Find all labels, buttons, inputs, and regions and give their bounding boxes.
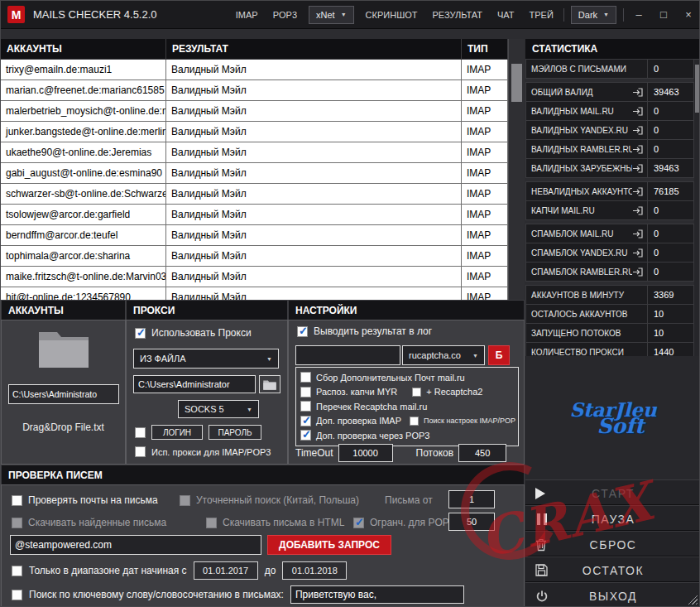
pop3-limit-checkbox[interactable]: ✓ [353, 518, 364, 528]
table-scrollbar[interactable] [508, 39, 525, 300]
minimize-button[interactable]: – [626, 1, 651, 28]
export-arrow-icon[interactable] [632, 145, 643, 154]
proxy-type-select[interactable]: SOCKS 5 ▼ [178, 400, 259, 418]
letters-from-input[interactable] [448, 490, 495, 508]
cell-account: hit@t-online.de:1234567890 [1, 287, 166, 300]
captcha-service-select[interactable]: rucaptcha.co ▼ [402, 345, 485, 365]
pause-button[interactable]: ПАУЗА [525, 505, 700, 531]
chevron-down-icon: ▼ [341, 12, 347, 17]
stats-scrollbar-thumb[interactable] [695, 65, 700, 113]
recheck-recaptcha-checkbox[interactable]: ✓ [300, 401, 311, 412]
table-row[interactable]: maike.fritzsch@t-online.de:Marvin03 Вали… [1, 267, 525, 287]
exit-button[interactable]: ВЫХОД [525, 582, 700, 607]
remainder-button[interactable]: ОСТАТОК [525, 556, 700, 582]
pop3-limit-label: Огранч. для POP3 [370, 517, 454, 528]
log-output-checkbox[interactable]: ✓ [297, 326, 308, 337]
table-row[interactable]: marian.c@freenet.de:marianc61585 Валидны… [1, 80, 525, 101]
table-row[interactable]: gabi_august@t-online.de:esmina90 Валидны… [1, 163, 525, 184]
export-arrow-icon[interactable] [632, 126, 643, 135]
date-from-button[interactable]: 01.01.2017 [194, 561, 258, 580]
export-arrow-icon[interactable] [632, 206, 643, 215]
column-header-accounts[interactable]: АККАУНТЫ [1, 39, 166, 60]
mailcheck-panel: ✓ Проверять почты на письма ✓ Уточненный… [1, 484, 525, 607]
check-icon: ✓ [135, 326, 147, 339]
proxy-login-button[interactable]: ЛОГИН [151, 425, 203, 440]
menu-xnet-dropdown[interactable]: xNet ▼ [309, 6, 354, 24]
table-row[interactable]: ukaethe90@t-online.de:Jeremias Валидный … [1, 142, 525, 163]
export-arrow-icon[interactable] [632, 248, 643, 258]
theme-dropdown[interactable]: Dark ▼ [571, 6, 616, 24]
download-found-checkbox[interactable]: ✓ [12, 518, 22, 528]
menu-xnet-label: xNet [316, 10, 335, 20]
column-header-result[interactable]: РЕЗУЛЬТАТ [166, 39, 462, 60]
table-row[interactable]: berndffm@arcor.de:teufel Валидный Мэйл I… [1, 225, 525, 246]
menu-pop3[interactable]: POP3 [266, 1, 304, 28]
cell-result: Валидный Мэйл [166, 287, 462, 300]
table-scrollbar-thumb[interactable] [511, 64, 522, 102]
stat-label-cell: СПАМБЛОК MAIL.RU [526, 224, 647, 243]
export-arrow-icon[interactable] [632, 229, 643, 238]
table-row[interactable]: junker.bangstede@t-online.de:merlir Вали… [1, 122, 525, 142]
refined-search-checkbox[interactable]: ✓ [180, 495, 190, 506]
app-title: MAILS CHECKER 4.5.2.0 [33, 8, 157, 21]
cell-result: Валидный Мэйл [166, 80, 462, 101]
recaptcha2-checkbox[interactable]: ✓ [412, 388, 421, 397]
menu-screenshot[interactable]: СКРИНШОТ [358, 1, 425, 28]
balance-button[interactable]: Б [488, 345, 510, 365]
table-row[interactable]: malerbetrieb_moysich@t-online.de:m Валид… [1, 101, 525, 122]
stat-label-cell: ОБЩИЙ ВАЛИД [526, 83, 647, 101]
table-row[interactable]: hit@t-online.de:1234567890 Валидный Мэйл… [1, 287, 525, 300]
table-row[interactable]: trixy@emailn.de:mauzi1 Валидный Мэйл IMA… [1, 60, 525, 80]
menu-imap[interactable]: IMAP [228, 1, 266, 28]
stat-value: 39463 [647, 159, 693, 177]
stats-scrollbar[interactable] [694, 60, 700, 356]
keyword-input[interactable] [290, 585, 464, 604]
column-header-type[interactable]: ТИП [462, 39, 508, 60]
extra-imap-check-checkbox[interactable]: ✓ [300, 416, 311, 426]
add-query-button[interactable]: ДОБАВИТЬ ЗАПРОС [267, 535, 391, 555]
download-html-checkbox[interactable]: ✓ [206, 518, 217, 528]
proxy-for-imap-pop3-checkbox[interactable]: ✓ [135, 446, 146, 457]
export-arrow-icon[interactable] [632, 88, 643, 97]
export-arrow-icon[interactable] [632, 164, 643, 173]
search-imap-pop-settings-checkbox[interactable]: ✓ [410, 417, 419, 426]
search-query-input[interactable] [10, 535, 261, 555]
use-proxy-checkbox[interactable]: ✓ [135, 328, 146, 339]
stat-row: ОСТАЛОСЬ АККАУНТОВ 10 [525, 304, 694, 324]
pop3-limit-input[interactable] [448, 513, 495, 531]
menu-result[interactable]: РЕЗУЛЬТАТ [425, 1, 490, 28]
export-arrow-icon[interactable] [632, 187, 643, 196]
proxy-path-input[interactable] [133, 375, 256, 393]
resize-grip-icon[interactable] [687, 594, 698, 605]
captcha-key-input[interactable] [295, 345, 400, 365]
maximize-button[interactable]: □ [651, 1, 676, 28]
folder-icon[interactable] [38, 327, 89, 372]
titlebar: M MAILS CHECKER 4.5.2.0 IMAP POP3 xNet ▼… [1, 1, 700, 29]
table-row[interactable]: tophimala@arcor.de:sharina Валидный Мэйл… [1, 246, 525, 267]
collect-extra-mail-checkbox[interactable]: ✓ [300, 372, 311, 383]
check-letters-checkbox[interactable]: ✓ [12, 495, 22, 506]
close-button[interactable]: × [676, 1, 700, 28]
export-arrow-icon[interactable] [632, 107, 643, 116]
menu-tray[interactable]: ТРЕЙ [522, 1, 561, 28]
extra-pop3-check-checkbox[interactable]: ✓ [300, 430, 311, 441]
date-to-button[interactable]: 01.01.2018 [282, 561, 347, 580]
table-row[interactable]: tsolowjew@arcor.de:garfield Валидный Мэй… [1, 205, 525, 225]
table-row[interactable]: schwarzer-sb@t-online.de:Schwarzer Валид… [1, 184, 525, 205]
menu-divider [563, 8, 564, 22]
accounts-file-path[interactable]: C:\Users\Administrato [8, 384, 119, 404]
menu-chat[interactable]: ЧАТ [490, 1, 522, 28]
date-to-label: до [265, 565, 276, 576]
start-button[interactable]: СТАРТ [525, 479, 700, 505]
keyword-search-checkbox[interactable]: ✓ [12, 590, 22, 600]
proxy-browse-button[interactable] [259, 375, 280, 393]
reset-button[interactable]: СБРОС [525, 531, 700, 556]
date-range-checkbox[interactable]: ✓ [12, 566, 22, 576]
threads-input[interactable] [458, 444, 506, 462]
proxy-source-select[interactable]: ИЗ ФАЙЛА ▼ [133, 349, 279, 369]
recognize-captcha-checkbox[interactable]: ✓ [300, 387, 311, 397]
proxy-auth-checkbox[interactable]: ✓ [135, 427, 146, 438]
export-arrow-icon[interactable] [632, 267, 643, 277]
timeout-input[interactable] [338, 444, 393, 462]
proxy-password-button[interactable]: ПАРОЛЬ [209, 425, 261, 440]
